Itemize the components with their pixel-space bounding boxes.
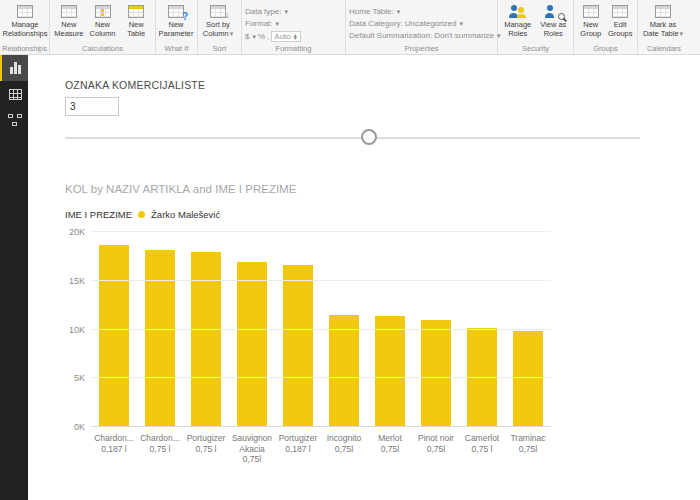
view-sidebar xyxy=(0,55,28,500)
manage-roles-icon xyxy=(509,5,526,18)
new-column-button[interactable]: New Column xyxy=(87,3,119,38)
ribbon-group-calendars: Mark as Date Table Calendars xyxy=(638,0,690,54)
new-group-button[interactable]: New Group xyxy=(577,3,605,38)
bar[interactable] xyxy=(99,245,129,427)
bar[interactable] xyxy=(237,262,267,427)
group-label-security: Security xyxy=(498,44,573,53)
table-column-icon xyxy=(95,5,111,18)
gridline xyxy=(91,426,551,427)
bar-slot xyxy=(367,232,413,427)
data-type-dropdown[interactable]: Data type: xyxy=(245,7,301,16)
dropdown-caret-icon xyxy=(396,7,401,16)
spinner-arrows-icon: ▲▼ xyxy=(293,34,298,40)
bar-slot xyxy=(505,232,551,427)
view-as-roles-button[interactable]: View as Roles xyxy=(537,3,571,38)
bar-slot xyxy=(137,232,183,427)
y-tick-label: 5K xyxy=(74,373,85,383)
model-view-icon xyxy=(8,114,22,126)
group-label-relationships: Relationships xyxy=(0,44,49,53)
calculator-icon xyxy=(61,5,77,18)
model-view-button[interactable] xyxy=(0,107,28,133)
button-label: New Group xyxy=(577,21,605,38)
group-label-calculations: Calculations xyxy=(50,44,155,53)
legend-entry[interactable]: Žarko Malešević xyxy=(151,209,220,220)
data-category-value: Uncategorized xyxy=(405,19,457,28)
table-icon xyxy=(128,5,144,18)
dropdown-caret-icon xyxy=(229,29,234,38)
x-tick-label: Incognito0,75l xyxy=(321,433,367,465)
button-label: New Parameter xyxy=(159,21,194,38)
x-tick-label: Chardon...0,75 l xyxy=(137,433,183,465)
button-label: Mark as Date Table xyxy=(641,21,685,38)
format-dropdown[interactable]: Format: xyxy=(245,19,301,28)
auto-label: Auto xyxy=(274,32,290,41)
data-category-label: Data Category: xyxy=(349,19,403,28)
sort-by-column-button[interactable]: ↓ Sort by Column xyxy=(201,3,235,38)
edit-groups-icon xyxy=(612,5,628,18)
data-category-dropdown[interactable]: Data Category: Uncategorized xyxy=(349,19,500,28)
dropdown-caret-icon xyxy=(275,19,280,28)
date-table-icon xyxy=(655,5,671,18)
x-tick-label: Camerlot0,75 l xyxy=(459,433,505,465)
data-view-icon xyxy=(9,89,22,100)
format-label: Format: xyxy=(245,19,273,28)
bar[interactable] xyxy=(513,331,543,427)
button-label: New Measure xyxy=(53,21,85,38)
parameter-question-icon: ? xyxy=(168,5,184,18)
ribbon-group-properties: Home Table: Data Category: Uncategorized… xyxy=(346,0,498,54)
percent-button[interactable]: % xyxy=(258,32,265,41)
decimal-places-stepper[interactable]: Auto ▲▼ xyxy=(271,31,300,42)
bar-slot xyxy=(229,232,275,427)
report-view-button[interactable] xyxy=(0,55,28,81)
button-label: New Table xyxy=(120,21,152,38)
slicer-value-input[interactable] xyxy=(65,97,119,116)
bar-chart-visual[interactable]: KOL by NAZIV ARTIKLA and IME I PREZIME I… xyxy=(65,183,565,465)
group-label-calendars: Calendars xyxy=(638,44,690,53)
manage-roles-button[interactable]: Manage Roles xyxy=(501,3,535,38)
bar[interactable] xyxy=(145,250,175,427)
edit-groups-button[interactable]: Edit Groups xyxy=(607,3,635,38)
slicer-slider-track[interactable] xyxy=(65,137,640,139)
y-tick-label: 10K xyxy=(69,325,85,335)
manage-relationships-button[interactable]: Manage Relationships xyxy=(3,3,47,38)
button-label: Manage Relationships xyxy=(2,21,47,38)
mark-as-date-table-button[interactable]: Mark as Date Table xyxy=(641,3,685,38)
bar[interactable] xyxy=(329,315,359,427)
plot-area xyxy=(91,232,551,427)
dropdown-caret-icon xyxy=(283,7,288,16)
bar-slot xyxy=(275,232,321,427)
new-group-icon xyxy=(583,5,599,18)
ribbon-group-relationships: Manage Relationships Relationships xyxy=(0,0,50,54)
comma-button[interactable]: , xyxy=(267,32,269,41)
bar[interactable] xyxy=(421,320,451,427)
button-label: Manage Roles xyxy=(501,21,535,38)
default-summarization-label: Default Summarization: xyxy=(349,31,432,40)
button-label: New Column xyxy=(87,21,119,38)
x-tick-label: Merlot0,75l xyxy=(367,433,413,465)
ribbon-group-groups: New Group Edit Groups Groups xyxy=(574,0,638,54)
report-canvas: OZNAKA KOMERCIJALISTE KOL by NAZIV ARTIK… xyxy=(28,55,700,500)
bar[interactable] xyxy=(283,265,313,427)
default-summarization-dropdown[interactable]: Default Summarization: Don't summarize xyxy=(349,31,500,40)
group-label-sort: Sort xyxy=(198,44,241,53)
gridline xyxy=(91,377,551,378)
bars xyxy=(91,232,551,427)
new-parameter-button[interactable]: ? New Parameter xyxy=(159,3,193,38)
bar[interactable] xyxy=(191,252,221,427)
data-view-button[interactable] xyxy=(0,81,28,107)
x-tick-label: SauvignonAkacia0,75l xyxy=(229,433,275,465)
slicer-title: OZNAKA KOMERCIJALISTE xyxy=(65,79,205,91)
new-table-button[interactable]: New Table xyxy=(120,3,152,38)
group-label-formatting: Formatting xyxy=(242,44,345,53)
y-tick-label: 15K xyxy=(69,276,85,286)
home-table-dropdown[interactable]: Home Table: xyxy=(349,7,500,16)
slicer-slider-handle[interactable] xyxy=(361,129,377,145)
data-type-label: Data type: xyxy=(245,7,281,16)
x-tick-label: Traminac0,75l xyxy=(505,433,551,465)
new-measure-button[interactable]: New Measure xyxy=(53,3,85,38)
y-axis: 0K5K10K15K20K xyxy=(65,232,91,427)
currency-button[interactable]: $ xyxy=(245,32,249,41)
bar[interactable] xyxy=(375,316,405,427)
legend-title: IME I PREZIME xyxy=(65,209,132,220)
dropdown-caret-icon xyxy=(679,29,684,38)
